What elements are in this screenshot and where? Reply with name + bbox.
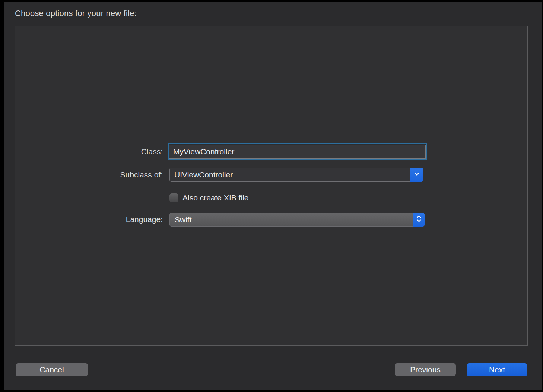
previous-button[interactable]: Previous xyxy=(395,363,456,376)
language-value: Swift xyxy=(175,215,192,224)
class-label: Class: xyxy=(51,147,163,156)
language-label: Language: xyxy=(51,215,163,224)
dialog-title: Choose options for your new file: xyxy=(15,9,137,18)
chevron-up-down-icon xyxy=(416,214,422,225)
class-field-focus-ring xyxy=(168,143,427,160)
xib-checkbox[interactable] xyxy=(169,193,178,202)
cancel-button[interactable]: Cancel xyxy=(16,363,88,376)
chevron-down-icon xyxy=(413,170,420,179)
xib-checkbox-label: Also create XIB file xyxy=(182,193,248,202)
next-button[interactable]: Next xyxy=(467,363,527,376)
subclass-combobox[interactable]: UIViewController xyxy=(169,168,423,182)
options-panel xyxy=(15,26,528,346)
language-popup[interactable]: Swift xyxy=(169,213,425,227)
subclass-value: UIViewController xyxy=(174,170,233,179)
class-field-border xyxy=(169,145,426,159)
subclass-dropdown-button[interactable] xyxy=(410,168,423,182)
subclass-label: Subclass of: xyxy=(51,170,163,179)
language-stepper-button[interactable] xyxy=(413,213,425,227)
class-input[interactable] xyxy=(169,145,425,158)
